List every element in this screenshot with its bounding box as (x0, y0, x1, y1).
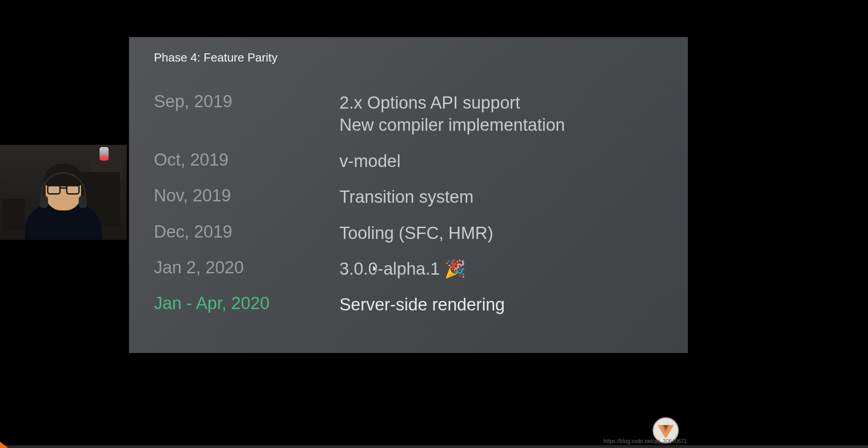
timeline-row: Oct, 2019v-model (154, 150, 663, 172)
presentation-slide: Phase 4: Feature Parity Sep, 20192.x Opt… (129, 20, 688, 353)
timeline-row: Jan - Apr, 2020Server-side rendering (154, 294, 663, 316)
watermark-text: https://blog.csdn.net/qq_30640671 (604, 438, 687, 444)
background-shelf (2, 199, 25, 231)
slide-body: Phase 4: Feature Parity Sep, 20192.x Opt… (129, 37, 688, 343)
timeline-date: Nov, 2019 (154, 186, 339, 205)
presenter-webcam (0, 145, 127, 240)
timeline-row: Jan 2, 20203.0.0-alpha.1 🎉 (154, 258, 663, 280)
presenter-silhouette (23, 167, 104, 240)
timeline-description: v-model (339, 150, 401, 172)
timeline-date: Oct, 2019 (154, 150, 339, 170)
timeline-row: Dec, 2019Tooling (SFC, HMR) (154, 222, 663, 244)
timeline-description: 3.0.0-alpha.1 🎉 (339, 258, 466, 280)
timeline-description: 2.x Options API supportNew compiler impl… (339, 92, 565, 137)
timeline-list: Sep, 20192.x Options API supportNew comp… (154, 92, 663, 316)
corner-accent (0, 442, 8, 448)
timeline-date: Sep, 2019 (154, 92, 339, 111)
timeline-description: Server-side rendering (339, 294, 505, 316)
background-figure (100, 147, 109, 161)
timeline-date: Jan 2, 2020 (154, 258, 339, 277)
timeline-date: Jan - Apr, 2020 (154, 294, 339, 313)
slide-title: Phase 4: Feature Parity (154, 51, 663, 65)
slide-top-bar (129, 20, 688, 37)
timeline-description: Transition system (339, 186, 473, 208)
webcam-feed (0, 145, 127, 240)
timeline-description: Tooling (SFC, HMR) (339, 222, 493, 244)
timeline-date: Dec, 2019 (154, 222, 339, 242)
timeline-row: Nov, 2019Transition system (154, 186, 663, 208)
bottom-bar (0, 445, 868, 448)
timeline-row: Sep, 20192.x Options API supportNew comp… (154, 92, 663, 137)
